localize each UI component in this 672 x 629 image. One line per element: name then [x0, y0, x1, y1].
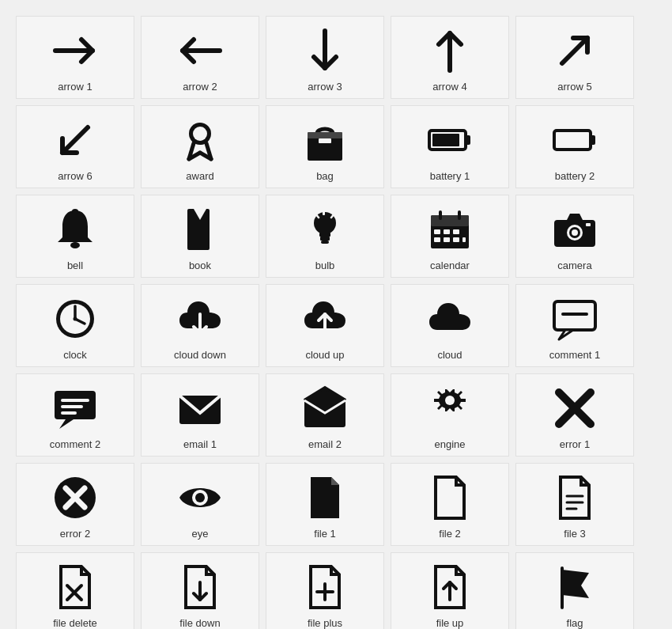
- battery-1-icon: [395, 112, 505, 167]
- svg-rect-25: [319, 233, 330, 237]
- icon-label: bulb: [315, 260, 335, 272]
- file-up-icon: [395, 559, 505, 614]
- svg-rect-56: [561, 313, 588, 316]
- svg-rect-38: [453, 237, 459, 242]
- icon-label: award: [186, 170, 213, 183]
- svg-rect-27: [321, 241, 329, 244]
- icon-label: email 2: [308, 438, 342, 451]
- svg-rect-39: [462, 237, 466, 242]
- icon-item-comment-2[interactable]: comment 2: [16, 373, 134, 457]
- icon-item-cloud[interactable]: cloud: [391, 284, 509, 367]
- icon-item-flag[interactable]: flag: [515, 552, 634, 629]
- arrow-6-icon: [20, 112, 130, 167]
- icon-item-arrow-5[interactable]: arrow 5: [515, 16, 634, 99]
- bag-icon: [270, 112, 380, 167]
- icon-item-email-2[interactable]: email 2: [266, 373, 384, 457]
- icon-item-file-1[interactable]: file 1: [266, 463, 384, 546]
- icon-item-award[interactable]: award: [141, 105, 259, 188]
- icon-label: comment 1: [549, 349, 600, 362]
- icon-item-arrow-4[interactable]: arrow 4: [391, 16, 509, 99]
- icon-label: bell: [67, 260, 83, 272]
- icon-label: camera: [557, 260, 591, 272]
- bulb-icon: [270, 202, 380, 256]
- svg-rect-37: [444, 237, 450, 242]
- icon-item-file-down[interactable]: file down: [141, 552, 259, 629]
- icon-item-battery-2[interactable]: battery 2: [515, 105, 634, 188]
- icon-item-file-3[interactable]: file 3: [515, 463, 634, 546]
- icon-item-calendar[interactable]: calendar: [391, 195, 509, 278]
- icon-item-eye[interactable]: eye: [141, 463, 259, 546]
- file-1-icon: [270, 470, 380, 525]
- cloud-icon: [395, 291, 505, 346]
- icon-item-battery-1[interactable]: battery 1: [391, 105, 509, 188]
- icon-label: flag: [567, 617, 583, 629]
- book-icon: [145, 202, 255, 256]
- svg-rect-35: [453, 229, 459, 234]
- svg-point-20: [70, 242, 80, 248]
- icon-label: arrow 4: [432, 81, 466, 93]
- icon-item-error-2[interactable]: error 2: [16, 463, 134, 546]
- file-3-icon: [519, 470, 630, 525]
- svg-point-45: [572, 229, 578, 236]
- icon-item-cloud-down[interactable]: cloud down: [141, 284, 259, 367]
- icon-item-file-2[interactable]: file 2: [391, 463, 509, 546]
- icon-label: file 3: [564, 528, 585, 540]
- svg-line-4: [562, 38, 587, 63]
- error-1-icon: [519, 381, 630, 435]
- icon-item-bulb[interactable]: bulb: [266, 195, 384, 278]
- bell-icon: [20, 202, 130, 256]
- icon-label: comment 2: [50, 438, 100, 451]
- icon-item-cloud-up[interactable]: cloud up: [266, 284, 384, 367]
- engine-icon: [395, 381, 505, 435]
- svg-rect-59: [61, 399, 89, 402]
- icon-item-bell[interactable]: bell: [16, 195, 134, 278]
- icon-label: file 1: [314, 528, 335, 540]
- icon-label: file 2: [439, 528, 460, 540]
- arrow-3-icon: [270, 23, 380, 78]
- icon-item-arrow-2[interactable]: arrow 2: [141, 16, 259, 99]
- icon-label: clock: [63, 349, 87, 362]
- svg-rect-28: [323, 210, 325, 215]
- cloud-up-icon: [270, 291, 380, 346]
- icon-label: arrow 5: [557, 81, 591, 93]
- award-icon: [145, 112, 255, 167]
- icon-label: file down: [179, 617, 220, 629]
- eye-icon: [145, 470, 255, 525]
- icon-label: calendar: [430, 260, 470, 272]
- icon-item-file-plus[interactable]: file plus: [266, 552, 384, 629]
- svg-rect-40: [439, 210, 442, 220]
- icon-item-file-delete[interactable]: file delete: [16, 552, 134, 629]
- icon-item-bag[interactable]: bag: [266, 105, 384, 188]
- clock-icon: [20, 291, 130, 346]
- icon-label: cloud down: [174, 349, 226, 362]
- icon-item-clock[interactable]: clock: [16, 284, 134, 367]
- icon-label: file delete: [53, 617, 97, 629]
- svg-rect-61: [61, 411, 77, 415]
- icon-item-arrow-3[interactable]: arrow 3: [266, 16, 384, 99]
- icon-item-file-up[interactable]: file up: [391, 552, 509, 629]
- icon-label: error 1: [560, 438, 590, 451]
- svg-line-5: [62, 127, 88, 153]
- icon-label: battery 2: [555, 170, 595, 183]
- icon-item-engine[interactable]: engine: [391, 373, 509, 457]
- file-2-icon: [395, 470, 505, 525]
- svg-rect-13: [308, 132, 342, 138]
- arrow-1-icon: [20, 23, 130, 78]
- icon-label: cloud: [437, 349, 462, 362]
- icon-item-book[interactable]: book: [141, 195, 259, 278]
- icon-label: file up: [436, 617, 464, 629]
- email-1-icon: [145, 381, 255, 435]
- svg-rect-18: [554, 131, 591, 150]
- icon-item-camera[interactable]: camera: [515, 195, 634, 278]
- icon-item-error-1[interactable]: error 1: [515, 373, 634, 457]
- svg-rect-60: [61, 405, 83, 408]
- icon-item-comment-1[interactable]: comment 1: [515, 284, 634, 367]
- icon-label: engine: [434, 438, 465, 451]
- svg-rect-21: [72, 209, 78, 214]
- file-plus-icon: [270, 559, 380, 614]
- icon-item-arrow-6[interactable]: arrow 6: [16, 105, 134, 188]
- file-down-icon: [145, 559, 255, 614]
- battery-2-icon: [519, 112, 630, 167]
- icon-item-email-1[interactable]: email 1: [141, 373, 259, 457]
- icon-item-arrow-1[interactable]: arrow 1: [16, 16, 134, 99]
